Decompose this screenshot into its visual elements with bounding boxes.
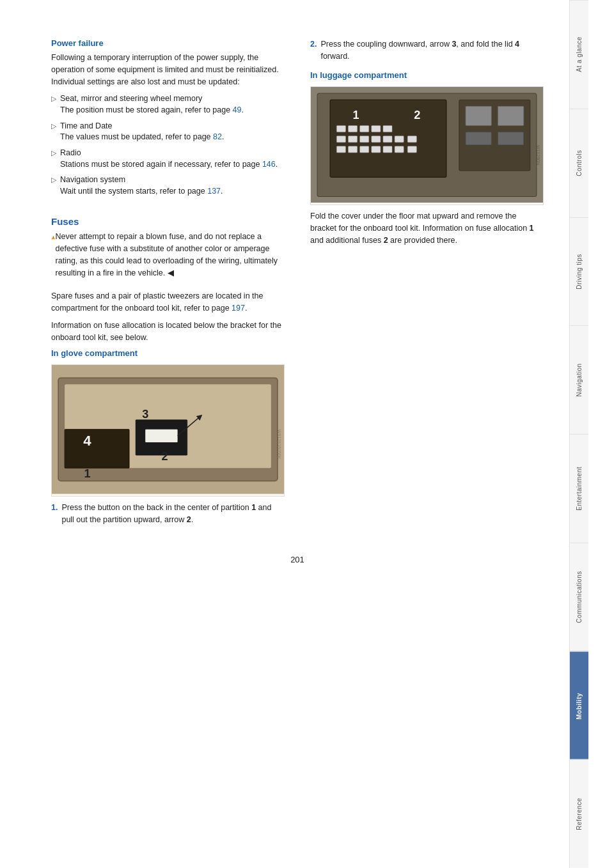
bullet-radio-content: Radio Stations must be stored again if n… bbox=[60, 147, 278, 170]
svg-rect-31 bbox=[336, 146, 345, 152]
bullet-time-sub: The values must be updated, refer to pag… bbox=[60, 132, 224, 143]
page-number: 201 bbox=[51, 555, 544, 564]
bullet-radio-title: Radio bbox=[60, 148, 81, 157]
svg-text:W11290N: W11290N bbox=[536, 144, 540, 164]
svg-text:!: ! bbox=[53, 237, 54, 240]
svg-rect-29 bbox=[395, 136, 404, 142]
svg-text:3: 3 bbox=[142, 408, 148, 421]
luggage-steps: 2. Press the coupling downward, arrow 3,… bbox=[310, 38, 544, 63]
svg-rect-22 bbox=[372, 125, 381, 132]
svg-rect-35 bbox=[383, 146, 392, 152]
sidebar-tab-mobility[interactable]: Mobility bbox=[570, 651, 588, 760]
luggage-diagram-svg: 1 2 bbox=[311, 87, 543, 203]
bullet-nav-title: Navigation system bbox=[60, 175, 125, 184]
sidebar-tab-driving-tips[interactable]: Driving tips bbox=[570, 217, 588, 326]
fuse-info-text: Information on fuse allocation is locate… bbox=[51, 320, 285, 344]
svg-text:4: 4 bbox=[83, 433, 91, 449]
svg-rect-39 bbox=[466, 106, 491, 125]
bullet-seat-sub: The position must be stored again, refer… bbox=[60, 105, 244, 116]
sidebar-tab-reference[interactable]: Reference bbox=[570, 759, 588, 868]
power-failure-heading: Power failure bbox=[51, 38, 285, 48]
svg-rect-27 bbox=[372, 136, 381, 142]
svg-rect-24 bbox=[336, 136, 345, 142]
luggage-step-2: 2. Press the coupling downward, arrow 3,… bbox=[310, 38, 544, 63]
bullet-nav: ▷ Navigation system Wait until the syste… bbox=[51, 174, 285, 197]
ref-49[interactable]: 49 bbox=[233, 105, 242, 114]
bullet-nav-content: Navigation system Wait until the system … bbox=[60, 174, 223, 197]
svg-rect-21 bbox=[360, 125, 369, 132]
bullet-arrow-3: ▷ bbox=[51, 148, 56, 159]
svg-rect-41 bbox=[466, 132, 491, 144]
bullet-time: ▷ Time and Date The values must be updat… bbox=[51, 120, 285, 143]
sidebar-tab-at-a-glance[interactable]: At a glance bbox=[570, 0, 588, 109]
bullet-nav-sub: Wait until the system starts, refer to p… bbox=[60, 186, 223, 198]
svg-rect-25 bbox=[348, 136, 357, 142]
svg-rect-26 bbox=[360, 136, 369, 142]
warning-box: ! Never attempt to repair a blown fuse, … bbox=[51, 231, 285, 284]
ref-146[interactable]: 146 bbox=[262, 160, 276, 169]
sidebar-tab-navigation[interactable]: Navigation bbox=[570, 325, 588, 434]
svg-rect-30 bbox=[407, 136, 416, 142]
ref-137[interactable]: 137 bbox=[207, 187, 221, 196]
step-1-text: Press the button on the back in the cent… bbox=[61, 502, 285, 526]
svg-text:1: 1 bbox=[353, 109, 359, 121]
bullet-arrow-2: ▷ bbox=[51, 121, 56, 132]
right-column: 2. Press the coupling downward, arrow 3,… bbox=[310, 38, 544, 529]
spare-fuses-text: Spare fuses and a pair of plastic tweeze… bbox=[51, 290, 285, 314]
bullet-radio-sub: Stations must be stored again if necessa… bbox=[60, 159, 278, 171]
svg-rect-40 bbox=[498, 106, 523, 125]
svg-rect-32 bbox=[348, 146, 357, 152]
bullet-seat-content: Seat, mirror and steering wheel memory T… bbox=[60, 93, 244, 116]
svg-rect-34 bbox=[372, 146, 381, 152]
svg-text:1: 1 bbox=[84, 468, 90, 481]
sidebar-tab-controls[interactable]: Controls bbox=[570, 109, 588, 217]
glove-compartment-diagram: 4 3 2 1 W9126160 bbox=[51, 364, 285, 497]
svg-text:W912616056K: W912616056K bbox=[277, 430, 281, 460]
glove-step-1: 1. Press the button on the back in the c… bbox=[51, 502, 285, 526]
svg-rect-23 bbox=[383, 125, 392, 132]
bullet-time-title: Time and Date bbox=[60, 121, 113, 130]
svg-text:2: 2 bbox=[414, 109, 420, 121]
fuses-heading: Fuses bbox=[51, 216, 285, 227]
ref-82[interactable]: 82 bbox=[213, 132, 222, 141]
step-2-text: Press the coupling downward, arrow 3, an… bbox=[320, 38, 544, 63]
power-failure-bullet-list: ▷ Seat, mirror and steering wheel memory… bbox=[51, 93, 285, 197]
step-1-num: 1. bbox=[51, 502, 58, 526]
warning-text: Never attempt to repair a blown fuse, an… bbox=[56, 231, 285, 279]
ref-197[interactable]: 197 bbox=[232, 304, 245, 313]
svg-rect-42 bbox=[498, 132, 523, 144]
glove-steps: 1. Press the button on the back in the c… bbox=[51, 502, 285, 526]
svg-rect-20 bbox=[348, 125, 357, 132]
svg-rect-5 bbox=[65, 430, 129, 468]
svg-rect-7 bbox=[145, 430, 177, 442]
luggage-fold-text: Fold the cover under the floor mat upwar… bbox=[310, 210, 544, 246]
svg-rect-37 bbox=[407, 146, 416, 152]
fuses-section: Fuses ! Never attempt to repair a blown … bbox=[51, 216, 285, 525]
luggage-compartment-diagram: 1 2 bbox=[310, 86, 544, 206]
bullet-radio: ▷ Radio Stations must be stored again if… bbox=[51, 147, 285, 170]
bullet-arrow-4: ▷ bbox=[51, 174, 56, 185]
sidebar-tab-entertainment[interactable]: Entertainment bbox=[570, 434, 588, 543]
glove-compartment-heading: In glove compartment bbox=[51, 348, 285, 358]
svg-rect-36 bbox=[395, 146, 404, 152]
luggage-compartment-heading: In luggage compartment bbox=[310, 70, 544, 80]
sidebar-tab-communications[interactable]: Communications bbox=[570, 543, 588, 651]
bullet-time-content: Time and Date The values must be updated… bbox=[60, 120, 224, 143]
svg-rect-19 bbox=[336, 125, 345, 132]
svg-rect-33 bbox=[360, 146, 369, 152]
bullet-arrow-1: ▷ bbox=[51, 93, 56, 104]
step-2-num: 2. bbox=[310, 38, 317, 63]
bullet-seat: ▷ Seat, mirror and steering wheel memory… bbox=[51, 93, 285, 116]
svg-rect-28 bbox=[383, 136, 392, 142]
power-failure-section: Power failure Following a temporary inte… bbox=[51, 38, 285, 197]
sidebar: At a glance Controls Driving tips Naviga… bbox=[569, 0, 588, 868]
svg-text:2: 2 bbox=[161, 450, 168, 463]
power-failure-intro: Following a temporary interruption of th… bbox=[51, 52, 285, 88]
bullet-seat-title: Seat, mirror and steering wheel memory bbox=[60, 94, 202, 103]
glove-diagram-svg: 4 3 2 1 W9126160 bbox=[52, 365, 284, 494]
